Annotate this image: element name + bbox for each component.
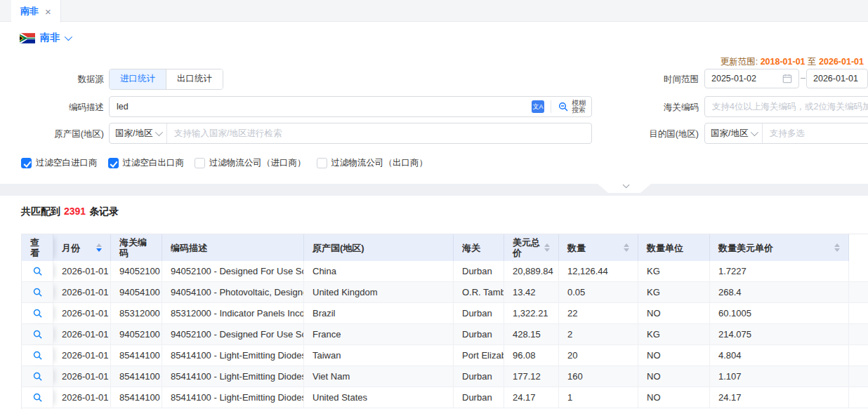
view-record-button[interactable]: [22, 303, 53, 323]
checkbox-checked-icon[interactable]: [108, 158, 119, 168]
sort-caret-icon[interactable]: [830, 243, 840, 252]
desc-text: 94052100 - Designed For Use Solely...: [171, 266, 304, 276]
results-panel: 共匹配到2391条记录 查看月份海关编码编码描述原产国(地区)海关美元总价数量数…: [0, 196, 868, 409]
cell-hs_code: 85414100: [111, 387, 162, 408]
hs-code-input[interactable]: [705, 97, 868, 116]
col-header-filler: [849, 234, 868, 261]
col-header-qty_unit: 数量单位: [638, 234, 710, 261]
view-record-button[interactable]: [22, 387, 53, 408]
col-header-qty[interactable]: 数量: [559, 234, 638, 261]
col-header-month[interactable]: 月份: [53, 234, 111, 261]
view-record-button[interactable]: [22, 345, 53, 366]
destination-type-select[interactable]: 国家/地区: [705, 123, 763, 143]
desc-text: 85414100 - Light-Emitting Diodes (: [171, 392, 304, 403]
sort-caret-icon[interactable]: [619, 243, 629, 252]
cell-origin: Viet Nam: [304, 366, 454, 387]
cell-usd_total: 1,322.21: [504, 303, 559, 323]
summary-suffix: 条记录: [89, 206, 119, 217]
chevron-down-icon: [751, 128, 758, 136]
checkbox-unchecked-icon[interactable]: [195, 158, 205, 168]
cell-unit_price: 214.075: [710, 324, 849, 344]
cell-origin: United Kingdom: [304, 282, 454, 302]
desc-text: 94054100 - Photovoltaic, Designed F...: [171, 287, 304, 297]
checkbox-checked-icon[interactable]: [21, 158, 32, 168]
cell-unit_price: 4.804: [710, 345, 849, 366]
filter-checkbox-1[interactable]: 过滤空白出口商: [108, 157, 185, 169]
trade-query-page: 南非 × 南非 更新范围: 2018-01-01 至 2026-01-01 数据…: [0, 0, 868, 409]
cell-unit_price: 268.4: [710, 282, 849, 302]
tab-bar: 南非 ×: [0, 0, 868, 22]
translate-icon[interactable]: 文A: [532, 100, 544, 113]
date-end-value: 2026-01-01: [813, 74, 861, 83]
view-record-button[interactable]: [22, 366, 53, 387]
col-header-usd_total[interactable]: 美元总价: [504, 234, 559, 261]
cell-filler: [849, 303, 868, 323]
destination-search-input[interactable]: [763, 123, 868, 143]
south-africa-flag-icon: [20, 33, 35, 43]
desc-text: 94052100 - Designed For Use Solely...: [171, 329, 304, 340]
col-header-label: 数量: [567, 243, 586, 253]
hs-code-label: 海关编码: [614, 102, 699, 114]
cell-usd_total: 428.15: [504, 324, 559, 344]
filter-checkbox-0[interactable]: 过滤空白进口商: [21, 157, 98, 169]
cell-usd_total: 13.42: [504, 282, 559, 302]
col-header-unit_price[interactable]: 数量美元单价: [710, 234, 849, 261]
cell-hs_code: 94052100: [111, 324, 162, 344]
chevron-down-icon[interactable]: [65, 33, 72, 41]
data-source-toggle: 进口统计 出口统计: [109, 69, 223, 90]
cell-customs: Durban: [454, 261, 504, 281]
table-row: 2026-01-019405210094052100 - Designed Fo…: [22, 324, 868, 345]
tab-export-stats[interactable]: 出口统计: [166, 69, 223, 89]
cell-desc: 85414100 - Light-Emitting Diodes (L...: [162, 387, 304, 408]
view-record-button[interactable]: [22, 282, 53, 302]
hs-code-control: [704, 96, 868, 117]
destination-control: 国家/地区: [704, 123, 868, 144]
sort-caret-icon[interactable]: [92, 243, 102, 252]
cell-origin: Taiwan: [304, 345, 454, 366]
country-header[interactable]: 南非: [20, 32, 70, 44]
origin-search-input[interactable]: [167, 123, 591, 143]
col-header-hs_code: 海关编码: [111, 234, 162, 261]
col-header-customs: 海关: [454, 234, 504, 261]
cell-customs: Durban: [454, 366, 504, 387]
cell-origin: France: [304, 324, 454, 344]
code-desc-input[interactable]: [110, 97, 532, 116]
cell-customs: Durban: [454, 324, 504, 344]
time-range-label: 时间范围: [614, 74, 699, 86]
filter-checkbox-2[interactable]: 过滤物流公司（进口商）: [195, 157, 306, 169]
panel-divider: [0, 184, 868, 196]
table-body: 2026-01-019405210094052100 - Designed Fo…: [22, 261, 868, 408]
cell-filler: [849, 366, 868, 387]
cell-month: 2026-01-01: [53, 366, 111, 387]
cell-origin: China: [304, 261, 454, 281]
sort-caret-icon[interactable]: [540, 243, 550, 252]
filter-checkboxes: 过滤空白进口商过滤空白出口商过滤物流公司（进口商）过滤物流公司（出口商）: [21, 157, 428, 169]
update-range-label: 更新范围:: [721, 57, 758, 67]
update-range-to: 至: [808, 57, 817, 67]
destination-type-value: 国家/地区: [711, 128, 748, 140]
close-icon[interactable]: ×: [45, 6, 51, 17]
col-header-desc: 编码描述: [162, 234, 304, 261]
cell-desc: 85414100 - Light-Emitting Diodes (L...: [162, 366, 304, 387]
update-range-start: 2018-01-01: [761, 57, 805, 67]
origin-type-select[interactable]: 国家/地区: [110, 123, 167, 143]
cell-month: 2026-01-01: [53, 345, 111, 366]
cell-customs: Port Elizab...: [454, 345, 504, 366]
col-header-view: 查看: [22, 234, 53, 261]
table-row: 2026-01-018531200085312000 - Indicator P…: [22, 303, 868, 324]
checkbox-label: 过滤物流公司（出口商）: [331, 157, 428, 169]
tab-south-africa[interactable]: 南非 ×: [11, 0, 61, 22]
view-record-button[interactable]: [22, 261, 53, 281]
fuzzy-search-button[interactable]: 模糊搜索: [551, 100, 591, 114]
date-end-input[interactable]: 2026-01-01: [806, 69, 868, 88]
checkbox-unchecked-icon[interactable]: [317, 158, 327, 168]
results-summary: 共匹配到2391条记录: [21, 206, 119, 218]
cell-qty_unit: NO: [638, 366, 710, 387]
magnifier-icon: [32, 308, 43, 319]
filter-checkbox-3[interactable]: 过滤物流公司（出口商）: [317, 157, 428, 169]
tab-import-stats[interactable]: 进口统计: [110, 69, 166, 89]
col-header-origin: 原产国(地区): [304, 234, 454, 261]
cell-qty: 1: [559, 387, 638, 408]
date-start-input[interactable]: 2025-01-02: [704, 69, 799, 88]
view-record-button[interactable]: [22, 324, 53, 344]
